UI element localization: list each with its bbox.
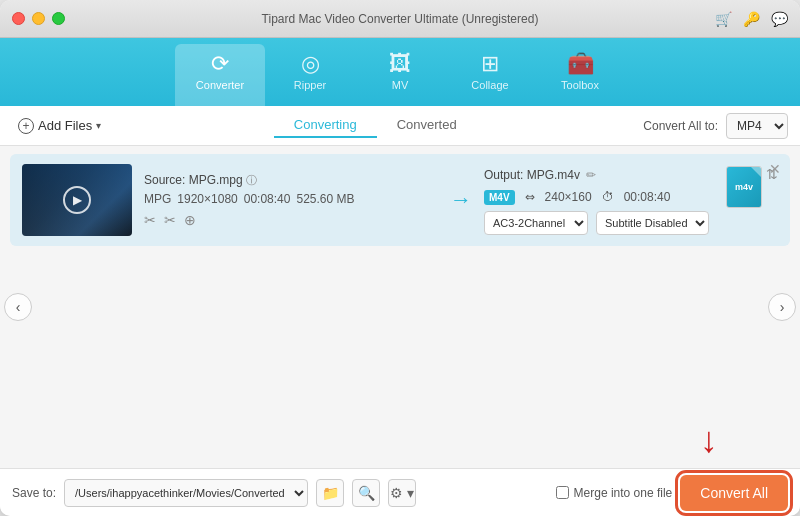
tab-converting[interactable]: Converting (274, 113, 377, 138)
add-files-label: Add Files (38, 118, 92, 133)
output-resolution-icon: ⇔ (525, 190, 535, 204)
main-area: ▶ Source: MPG.mpg ⓘ MPG 1920×1080 00:08:… (0, 146, 800, 468)
output-resolution: 240×160 (545, 190, 592, 204)
nav-mv-label: MV (392, 79, 409, 91)
key-icon[interactable]: 🔑 (742, 10, 760, 28)
maximize-button[interactable] (52, 12, 65, 25)
convert-all-to-label: Convert All to: (643, 119, 718, 133)
source-info: Source: MPG.mpg ⓘ MPG 1920×1080 00:08:40… (144, 173, 438, 228)
toolbar: + Add Files ▾ Converting Converted Conve… (0, 106, 800, 146)
cart-icon[interactable]: 🛒 (714, 10, 732, 28)
title-bar-icons: 🛒 🔑 💬 (714, 10, 788, 28)
add-files-dropdown-arrow[interactable]: ▾ (96, 120, 101, 131)
source-format: MPG (144, 192, 171, 206)
nav-collage-label: Collage (471, 79, 508, 91)
title-bar: Tipard Mac Video Converter Ultimate (Unr… (0, 0, 800, 38)
source-info-icon[interactable]: ⓘ (246, 174, 257, 186)
nav-ripper-label: Ripper (294, 79, 326, 91)
nav-ripper[interactable]: ◎ Ripper (265, 44, 355, 106)
subtitle-select[interactable]: Subtitle Disabled Subtitle Enabled (596, 211, 709, 235)
nav-mv[interactable]: 🖼 MV (355, 44, 445, 106)
add-files-button[interactable]: + Add Files ▾ (12, 114, 107, 138)
file-card: ▶ Source: MPG.mpg ⓘ MPG 1920×1080 00:08:… (10, 154, 790, 246)
convert-arrow: → (450, 187, 472, 213)
chevron-right-icon[interactable]: › (768, 293, 796, 321)
output-dropdowns: AC3-2Channel AAC-2Channel Subtitle Disab… (484, 211, 778, 235)
format-select[interactable]: MP4 MKV MOV AVI (726, 113, 788, 139)
cut-icon[interactable]: ✂ (144, 212, 156, 228)
folder-browse-button[interactable]: 📁 (316, 479, 344, 507)
save-to-label: Save to: (12, 486, 56, 500)
down-arrow-indicator: ↓ (700, 422, 718, 458)
thumbnail: ▶ (22, 164, 132, 236)
play-button[interactable]: ▶ (63, 186, 91, 214)
nav-collage[interactable]: ⊞ Collage (445, 44, 535, 106)
save-path-select[interactable]: /Users/ihappyacethinker/Movies/Converted (64, 479, 308, 507)
audio-select[interactable]: AC3-2Channel AAC-2Channel (484, 211, 588, 235)
ripper-icon: ◎ (301, 53, 320, 75)
plus-icon: + (18, 118, 34, 134)
crop-icon[interactable]: ✂ (164, 212, 176, 228)
window-title: Tipard Mac Video Converter Ultimate (Unr… (262, 12, 539, 26)
output-label: Output: MPG.m4v (484, 168, 580, 182)
toolbox-icon: 🧰 (567, 53, 594, 75)
nav-toolbox[interactable]: 🧰 Toolbox (535, 44, 625, 106)
mv-icon: 🖼 (389, 53, 411, 75)
nav-converter-label: Converter (196, 79, 244, 91)
minimize-button[interactable] (32, 12, 45, 25)
close-file-button[interactable]: ✕ (766, 160, 784, 178)
close-button[interactable] (12, 12, 25, 25)
output-edit-icon[interactable]: ✏ (586, 168, 596, 182)
toolbar-right: Convert All to: MP4 MKV MOV AVI (643, 113, 788, 139)
source-duration: 00:08:40 (244, 192, 291, 206)
output-clock-icon: ⏱ (602, 190, 614, 204)
settings-button[interactable]: ⚙ ▾ (388, 479, 416, 507)
chevron-left-icon[interactable]: ‹ (4, 293, 32, 321)
output-format-badge: M4V (484, 190, 515, 205)
preview-button[interactable]: 🔍 (352, 479, 380, 507)
traffic-lights (12, 12, 65, 25)
message-icon[interactable]: 💬 (770, 10, 788, 28)
output-duration: 00:08:40 (624, 190, 671, 204)
output-format-icon[interactable]: m4v (726, 166, 762, 208)
nav-bar: ⟳ Converter ◎ Ripper 🖼 MV ⊞ Collage 🧰 To… (0, 38, 800, 106)
source-meta: MPG 1920×1080 00:08:40 525.60 MB (144, 192, 438, 206)
file-actions: ✂ ✂ ⊕ (144, 212, 438, 228)
merge-label: Merge into one file (574, 486, 673, 500)
merge-checkbox-container: Merge into one file (556, 486, 673, 500)
tab-converted[interactable]: Converted (377, 113, 477, 138)
scroll-right-btn[interactable]: › (768, 293, 796, 321)
convert-all-button[interactable]: Convert All (680, 475, 788, 511)
converter-icon: ⟳ (211, 53, 229, 75)
nav-converter[interactable]: ⟳ Converter (175, 44, 265, 106)
nav-toolbox-label: Toolbox (561, 79, 599, 91)
collage-icon: ⊞ (481, 53, 499, 75)
merge-checkbox[interactable] (556, 486, 569, 499)
toolbar-tabs: Converting Converted (115, 113, 635, 138)
scroll-left-btn[interactable]: ‹ (4, 293, 32, 321)
effects-icon[interactable]: ⊕ (184, 212, 196, 228)
source-filesize: 525.60 MB (296, 192, 354, 206)
source-label: Source: MPG.mpg ⓘ (144, 173, 438, 188)
source-resolution: 1920×1080 (177, 192, 237, 206)
bottom-bar: Save to: /Users/ihappyacethinker/Movies/… (0, 468, 800, 516)
